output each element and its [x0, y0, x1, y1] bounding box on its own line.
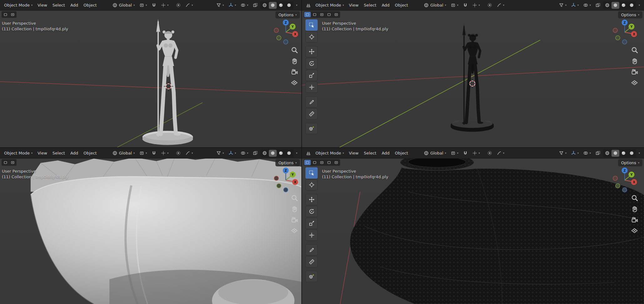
options-dropdown[interactable]: Options▾	[275, 159, 300, 166]
tool-settings-toggle-3[interactable]	[319, 160, 325, 165]
model-figure-dark[interactable]	[450, 24, 494, 132]
object-visibility-dropdown[interactable]: ▾	[214, 2, 226, 9]
shading-solid-button[interactable]	[269, 2, 277, 9]
toolbar-transform-button[interactable]	[305, 82, 318, 93]
pivot-point-dropdown[interactable]: ▾	[137, 2, 149, 9]
snap-magnet-toggle[interactable]	[461, 149, 470, 157]
toolbar-select-box-button[interactable]	[305, 19, 318, 31]
toolbar-select-box-button[interactable]	[305, 167, 318, 179]
toolbar-scale-button[interactable]	[305, 218, 318, 229]
menu-object[interactable]: Object	[392, 2, 410, 9]
xray-toggle[interactable]	[251, 149, 260, 157]
mode-dropdown[interactable]: Object Mode▾	[2, 149, 35, 157]
shading-rendered-button[interactable]	[285, 2, 293, 9]
shading-material-button[interactable]	[620, 150, 627, 157]
show-overlays-dropdown[interactable]: ▾	[581, 149, 593, 157]
menu-add[interactable]: Add	[379, 149, 392, 157]
menu-view[interactable]: View	[35, 149, 50, 157]
options-dropdown[interactable]: Options▾	[618, 11, 642, 18]
snap-magnet-toggle[interactable]	[149, 149, 158, 157]
nav-camera-button[interactable]	[291, 68, 298, 75]
shading-material-button[interactable]	[277, 2, 285, 9]
tool-settings-toggle-5[interactable]	[333, 12, 340, 17]
axis-gizmo[interactable]	[610, 165, 639, 195]
toolbar-move-button[interactable]	[305, 194, 318, 205]
snap-target-dropdown[interactable]: ▾	[159, 149, 171, 157]
tool-settings-toggle-2[interactable]	[311, 160, 318, 165]
nav-pan-button[interactable]	[631, 205, 638, 212]
tool-settings-toggle-2[interactable]	[9, 160, 16, 165]
shading-material-button[interactable]	[277, 150, 285, 157]
axis-gizmo[interactable]	[271, 165, 300, 195]
toolbar-measure-button[interactable]	[305, 256, 318, 267]
snap-target-dropdown[interactable]: ▾	[159, 2, 171, 9]
show-overlays-dropdown[interactable]: ▾	[239, 2, 250, 9]
nav-pan-button[interactable]	[291, 205, 298, 212]
toolbar-annotate-button[interactable]	[305, 244, 318, 256]
tool-settings-toggle-2[interactable]	[311, 12, 318, 17]
shading-wireframe-button[interactable]	[603, 150, 611, 157]
snap-magnet-toggle[interactable]	[461, 2, 470, 9]
tool-settings-toggle-4[interactable]	[326, 160, 332, 165]
proportional-editing-toggle[interactable]	[174, 2, 183, 9]
menu-object[interactable]: Object	[392, 149, 410, 157]
shading-dropdown[interactable]: ▾	[636, 151, 642, 156]
mode-dropdown[interactable]: Object Mode▾	[2, 2, 35, 9]
shading-wireframe-button[interactable]	[261, 150, 269, 157]
shading-solid-button[interactable]	[269, 150, 277, 157]
toolbar-scale-button[interactable]	[305, 70, 318, 81]
model-blob-wireframe[interactable]	[350, 154, 644, 304]
options-dropdown[interactable]: Options▾	[275, 11, 300, 18]
tool-settings-toggle-1[interactable]	[2, 12, 9, 17]
tool-settings-toggle-1[interactable]	[304, 12, 311, 17]
orientation-dropdown[interactable]: Global▾	[110, 149, 137, 157]
nav-pan-button[interactable]	[631, 57, 638, 64]
menu-select[interactable]: Select	[50, 2, 68, 9]
shading-rendered-button[interactable]	[628, 150, 636, 157]
menu-object[interactable]: Object	[81, 149, 99, 157]
shading-dropdown[interactable]: ▾	[636, 3, 642, 8]
menu-view[interactable]: View	[346, 2, 361, 9]
orientation-dropdown[interactable]: Global▾	[422, 2, 448, 9]
menu-select[interactable]: Select	[361, 149, 379, 157]
proportional-editing-toggle[interactable]	[174, 149, 183, 157]
toolbar-measure-button[interactable]	[305, 108, 318, 119]
menu-object[interactable]: Object	[81, 2, 99, 9]
pivot-point-dropdown[interactable]: ▾	[449, 149, 460, 157]
nav-zoom-button[interactable]	[291, 194, 298, 201]
options-dropdown[interactable]: Options▾	[618, 159, 642, 166]
nav-perspective-button[interactable]	[291, 227, 298, 234]
show-gizmo-dropdown[interactable]: ▾	[569, 2, 581, 9]
xray-toggle[interactable]	[593, 2, 602, 9]
toolbar-move-button[interactable]	[305, 46, 318, 57]
nav-camera-button[interactable]	[631, 68, 638, 75]
orientation-dropdown[interactable]: Global▾	[110, 2, 137, 9]
toolbar-cursor-button[interactable]	[305, 179, 318, 190]
model-blob[interactable]	[31, 157, 301, 304]
menu-select[interactable]: Select	[50, 149, 68, 157]
model-figure[interactable]	[143, 19, 193, 145]
editor-type-dropdown[interactable]	[304, 2, 313, 9]
object-visibility-dropdown[interactable]: ▾	[214, 149, 226, 157]
show-gizmo-dropdown[interactable]: ▾	[226, 2, 238, 9]
pivot-point-dropdown[interactable]: ▾	[449, 2, 460, 9]
show-gizmo-dropdown[interactable]: ▾	[569, 149, 581, 157]
tool-settings-toggle-3[interactable]	[319, 12, 325, 17]
pivot-point-dropdown[interactable]: ▾	[137, 149, 149, 157]
xray-toggle[interactable]	[593, 149, 602, 157]
nav-zoom-button[interactable]	[631, 194, 638, 201]
menu-select[interactable]: Select	[361, 2, 379, 9]
snap-magnet-toggle[interactable]	[149, 2, 158, 9]
tool-settings-toggle-4[interactable]	[326, 12, 332, 17]
nav-pan-button[interactable]	[291, 57, 298, 64]
nav-perspective-button[interactable]	[631, 227, 638, 234]
proportional-falloff-dropdown[interactable]: ▾	[495, 149, 506, 157]
tool-settings-toggle-1[interactable]	[304, 160, 311, 165]
show-gizmo-dropdown[interactable]: ▾	[226, 149, 238, 157]
menu-add[interactable]: Add	[68, 2, 81, 9]
show-overlays-dropdown[interactable]: ▾	[239, 149, 250, 157]
toolbar-cursor-button[interactable]	[305, 31, 318, 43]
tool-settings-toggle-5[interactable]	[333, 160, 340, 165]
toolbar-add-cube-button[interactable]	[305, 123, 318, 134]
nav-camera-button[interactable]	[631, 216, 638, 223]
